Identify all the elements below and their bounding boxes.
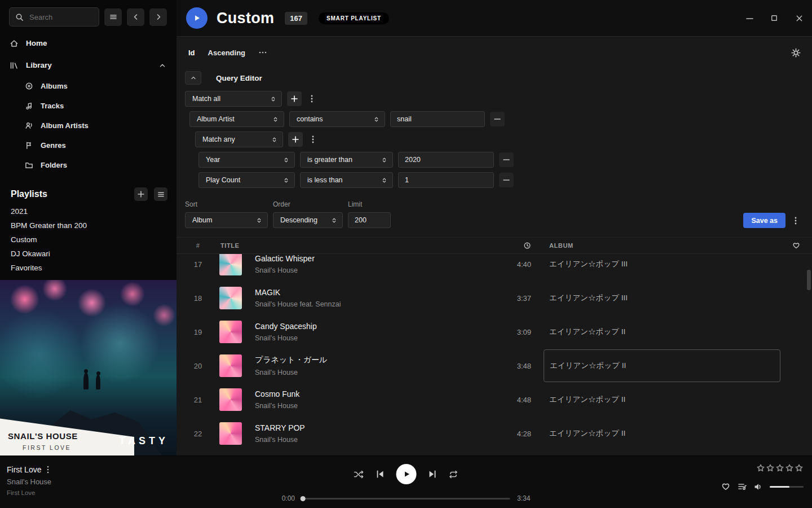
repeat-icon[interactable] <box>449 470 458 479</box>
sidebar-item-genres[interactable]: Genres <box>0 135 176 155</box>
favorite-heart-icon[interactable] <box>721 482 730 491</box>
table-row[interactable]: 20 プラネット・ガール Snail's House 3:48 エイリアン☆ポッ… <box>186 349 812 383</box>
playlist-item-bpm[interactable]: BPM Greater than 200 <box>0 218 176 233</box>
seek-bar[interactable] <box>302 498 510 500</box>
track-title: Galactic Whisper <box>255 254 504 263</box>
rule-value-input[interactable] <box>398 152 494 168</box>
sort-field-button[interactable]: Id <box>188 49 195 57</box>
search-input[interactable] <box>28 12 92 22</box>
sidebar-top-bar <box>0 0 176 32</box>
page-title: Custom <box>217 10 274 27</box>
column-index[interactable]: # <box>186 242 210 249</box>
playlist-item-custom[interactable]: Custom <box>0 233 176 247</box>
star-icon[interactable] <box>785 464 793 472</box>
table-row[interactable]: 22 STARRY POP Snail's House 4:28 エイリアン☆ポ… <box>186 417 812 450</box>
save-as-button[interactable]: Save as <box>743 213 785 228</box>
column-duration[interactable] <box>504 242 544 249</box>
unfold-icon <box>272 115 279 124</box>
playlist-header: Custom 167 SMART PLAYLIST <box>176 0 812 37</box>
table-row[interactable]: 18 MAGIK Snail's House feat. Sennzai 3:3… <box>186 281 812 315</box>
column-album[interactable]: ALBUM <box>544 242 780 249</box>
column-like[interactable] <box>780 242 812 249</box>
unfold-icon <box>256 216 262 225</box>
sidebar-item-label: Home <box>26 39 47 47</box>
limit-input[interactable] <box>348 212 391 228</box>
subgroup-menu-button[interactable] <box>308 132 318 147</box>
sidebar-item-folders[interactable]: Folders <box>0 155 176 175</box>
volume-icon[interactable] <box>754 483 762 491</box>
sidebar-item-tracks[interactable]: Tracks <box>0 96 176 116</box>
player-bar: First Love Snail's House First Love <box>0 456 812 508</box>
previous-track-icon[interactable] <box>376 470 385 478</box>
nav-back-button[interactable] <box>127 8 144 26</box>
rule-operator-select[interactable]: is less than <box>300 172 393 188</box>
rule-operator-select[interactable]: contains <box>289 111 385 127</box>
collapse-query-editor-button[interactable] <box>185 71 201 85</box>
star-icon[interactable] <box>776 464 784 472</box>
track-duration: 4:48 <box>504 396 544 404</box>
table-row[interactable]: 19 Candy Spaceship Snail's House 3:09 エイ… <box>186 315 812 349</box>
nav-forward-button[interactable] <box>149 8 167 26</box>
query-editor-title: Query Editor <box>216 74 262 82</box>
rule-field-select[interactable]: Play Count <box>198 172 295 188</box>
add-rule-button[interactable] <box>287 91 302 106</box>
star-icon[interactable] <box>795 464 803 472</box>
rule-value-input[interactable] <box>390 111 485 127</box>
maximize-button[interactable] <box>768 12 780 24</box>
volume-slider[interactable] <box>770 486 804 488</box>
sidebar-item-albums[interactable]: Albums <box>0 76 176 96</box>
group-menu-button[interactable] <box>307 91 317 106</box>
remove-rule-button[interactable] <box>499 152 514 167</box>
column-title[interactable]: TITLE <box>210 242 504 249</box>
track-menu-icon[interactable] <box>47 466 49 474</box>
close-button[interactable] <box>793 12 805 24</box>
collapse-library-icon[interactable] <box>158 62 166 69</box>
search-box[interactable] <box>9 7 99 27</box>
artwork-label: TASTY <box>119 435 169 447</box>
table-row[interactable]: 17 Galactic Whisper Snail's House 4:40 エ… <box>186 254 812 281</box>
more-options-icon[interactable] <box>258 48 267 57</box>
minus-icon <box>503 156 510 163</box>
play-playlist-button[interactable] <box>186 7 208 29</box>
sort-label: Sort <box>185 200 268 208</box>
seek-handle[interactable] <box>301 496 306 501</box>
add-playlist-button[interactable] <box>134 187 148 201</box>
scrollbar-thumb[interactable] <box>807 270 811 290</box>
sidebar-item-album-artists[interactable]: Album Artists <box>0 116 176 135</box>
order-label: Order <box>273 200 343 208</box>
rule-field-select[interactable]: Album Artist <box>189 111 284 127</box>
remove-rule-button[interactable] <box>499 173 514 187</box>
settings-gear-icon[interactable] <box>791 48 801 58</box>
sort-direction-button[interactable]: Ascending <box>208 49 245 57</box>
rule-field-select[interactable]: Year <box>198 152 295 168</box>
star-icon[interactable] <box>757 464 765 472</box>
minimize-button[interactable] <box>743 12 756 24</box>
sort-select[interactable]: Album <box>185 212 268 228</box>
playlist-item-favorites[interactable]: Favorites <box>0 261 176 275</box>
menu-button[interactable] <box>104 8 122 26</box>
track-duration: 3:37 <box>504 294 544 303</box>
match-all-select[interactable]: Match all <box>185 91 282 107</box>
rule-operator-select[interactable]: is greater than <box>300 152 393 168</box>
add-subrule-button[interactable] <box>288 132 303 147</box>
order-select[interactable]: Descending <box>273 212 343 228</box>
transport-controls <box>354 464 458 484</box>
table-row[interactable]: 21 Cosmo Funk Snail's House 4:48 エイリアン☆ポ… <box>186 383 812 417</box>
shuffle-icon[interactable] <box>354 470 364 479</box>
match-any-select[interactable]: Match any <box>195 132 283 147</box>
next-track-icon[interactable] <box>429 470 437 478</box>
playlist-item-dj-okawari[interactable]: DJ Okawari <box>0 247 176 261</box>
star-icon[interactable] <box>766 464 774 472</box>
sidebar-item-library[interactable]: Library <box>0 54 176 76</box>
queue-icon[interactable] <box>738 482 747 491</box>
play-pause-button[interactable] <box>396 464 417 484</box>
sort-order-limit-row: Sort Album Order Descending Limit Save a… <box>185 200 801 228</box>
track-album-focused-cell[interactable]: エイリアン☆ポップ II <box>544 349 780 382</box>
rule-value-input[interactable] <box>398 172 494 188</box>
playlist-list-button[interactable] <box>154 187 167 201</box>
remove-rule-button[interactable] <box>490 112 505 126</box>
progress-section: 0:00 3:34 <box>282 494 531 502</box>
save-menu-button[interactable] <box>791 213 801 228</box>
playlist-item-2021[interactable]: 2021 <box>0 204 176 218</box>
sidebar-item-home[interactable]: Home <box>0 32 176 54</box>
